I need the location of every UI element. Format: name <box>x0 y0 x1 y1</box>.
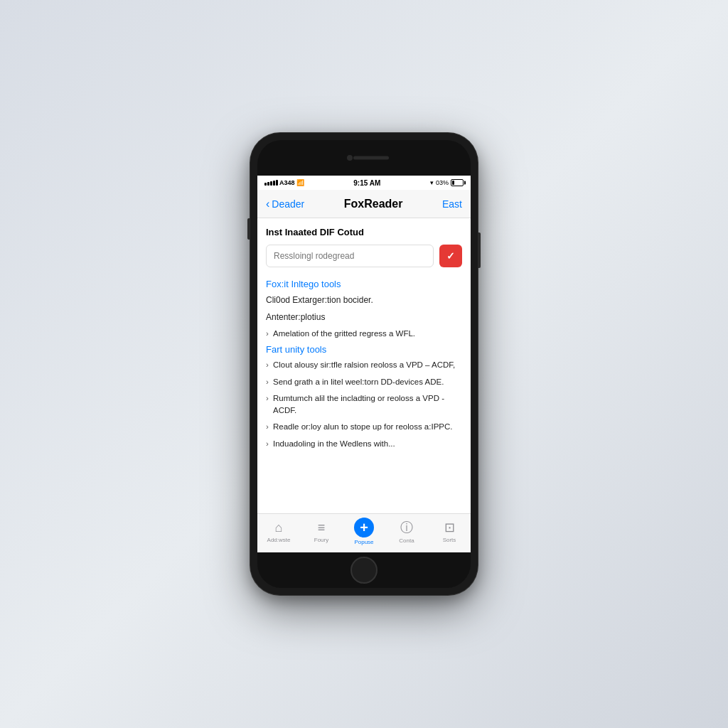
signal-bars <box>264 180 278 186</box>
search-row: ✓ <box>266 245 462 267</box>
home-button[interactable] <box>350 557 378 584</box>
chevron-left-icon: ‹ <box>266 198 269 210</box>
section-1: Fox:it Inltego tools Cli0od Extarger:tio… <box>266 279 462 340</box>
section-2-bullet-4: Induadoling in the Wedlens with... <box>266 438 462 450</box>
section-1-bullet-0: Amelation of the gritted regress a WFL. <box>266 328 462 340</box>
phone-inner: A348 📶 9:15 AM ▾ 03% ‹ Deader F <box>257 140 471 588</box>
status-right: ▾ 03% <box>430 179 464 186</box>
tab-add-label: Add:wste <box>267 537 291 543</box>
nav-title: FoxReader <box>344 198 403 210</box>
speaker-grille <box>353 156 389 160</box>
plus-icon: + <box>354 518 374 537</box>
phone-top-bar <box>257 140 471 176</box>
back-button[interactable]: ‹ Deader <box>266 198 304 210</box>
section-2-bullet-1: Send grath a in litel weel:torn DD-devic… <box>266 376 462 388</box>
nav-action-button[interactable]: East <box>442 198 462 210</box>
tab-foury[interactable]: ≡ Foury <box>304 520 339 543</box>
carrier-label: A348 <box>279 179 295 186</box>
camera-dot <box>347 155 353 161</box>
status-bar: A348 📶 9:15 AM ▾ 03% <box>257 176 471 190</box>
tab-foury-label: Foury <box>314 537 328 543</box>
list-icon: ≡ <box>318 520 326 535</box>
cell-icon: ▾ <box>430 179 434 186</box>
checkmark-icon: ✓ <box>446 250 455 262</box>
section-2-bullet-3: Readle or:loy alun to stope up for reolo… <box>266 421 462 433</box>
content-title: Inst Inaated DIF Cotud <box>266 227 462 237</box>
info-icon: ⓘ <box>400 519 413 536</box>
search-input[interactable] <box>266 245 434 267</box>
navigation-bar: ‹ Deader FoxReader East <box>257 190 471 218</box>
tab-bar: ⌂ Add:wste ≡ Foury + Popuse ⓘ Conta ⊡ <box>257 513 471 552</box>
section-1-body-1: Antenter:plotius <box>266 311 462 323</box>
battery-fill <box>452 181 454 185</box>
content-area: Inst Inaated DIF Cotud ✓ Fox:it Inltego … <box>257 218 471 513</box>
section-2-heading: Fart unity tools <box>266 344 462 355</box>
tab-sorts[interactable]: ⊡ Sorts <box>432 520 467 543</box>
tab-popuse-label: Popuse <box>354 539 373 545</box>
section-1-body-0: Cli0od Extarger:tion bocider. <box>266 294 462 306</box>
tab-add[interactable]: ⌂ Add:wste <box>261 520 296 543</box>
battery-icon <box>451 179 464 186</box>
section-1-heading: Fox:it Inltego tools <box>266 279 462 289</box>
search-confirm-button[interactable]: ✓ <box>439 245 462 267</box>
tab-conta[interactable]: ⓘ Conta <box>389 519 424 544</box>
section-2-bullet-0: Clout alousy sir:tfle ralsion reoloss a … <box>266 359 462 371</box>
battery-percent: 03% <box>436 179 449 186</box>
back-label: Deader <box>272 198 304 210</box>
phone-device: A348 📶 9:15 AM ▾ 03% ‹ Deader F <box>250 133 478 595</box>
wifi-icon: 📶 <box>296 179 304 186</box>
tab-sorts-label: Sorts <box>443 537 456 543</box>
phone-bottom-bar <box>257 552 471 588</box>
section-2-bullet-2: Rumtumch alil the incladting or reoloss … <box>266 392 462 417</box>
tab-popuse[interactable]: + Popuse <box>346 518 382 545</box>
status-time: 9:15 AM <box>353 179 380 187</box>
home-icon: ⌂ <box>275 520 283 535</box>
grid-icon: ⊡ <box>444 520 455 535</box>
screen: A348 📶 9:15 AM ▾ 03% ‹ Deader F <box>257 176 471 552</box>
section-2: Fart unity tools Clout alousy sir:tfle r… <box>266 344 462 450</box>
tab-conta-label: Conta <box>399 537 414 544</box>
status-left: A348 📶 <box>264 179 304 186</box>
